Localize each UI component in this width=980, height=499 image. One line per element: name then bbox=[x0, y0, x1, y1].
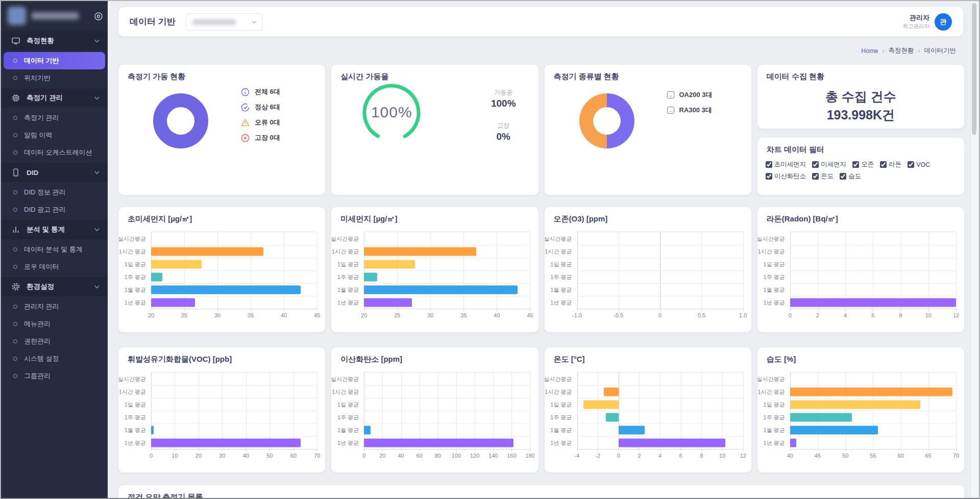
sidebar-section-DID[interactable]: DID bbox=[1, 163, 108, 182]
filter-option-오존[interactable]: 오존 bbox=[852, 160, 874, 169]
y-category-label: 1년 평균 bbox=[322, 439, 359, 446]
x-tick-label: 10 bbox=[925, 312, 932, 318]
y-category-label: 1월 평균 bbox=[535, 286, 572, 293]
chart-plot: -4-2024681012실시간평균1시간 평균1일 평균1주 평균1월 평균1… bbox=[577, 372, 743, 450]
operation-donut-chart bbox=[153, 93, 208, 148]
filter-option-습도[interactable]: 습도 bbox=[840, 172, 861, 181]
bar-1시간 평균 bbox=[151, 247, 263, 256]
chevron-down-icon bbox=[94, 39, 100, 43]
sidebar-item-로우 데이터[interactable]: 로우 데이터 bbox=[1, 258, 108, 276]
filter-checkbox-온도[interactable] bbox=[812, 173, 819, 180]
y-category-label: 1년 평균 bbox=[535, 439, 572, 446]
filter-checkbox-VOC[interactable] bbox=[908, 161, 914, 168]
device-types-legend: OA200 3대RA300 3대 bbox=[667, 90, 713, 121]
filter-checkbox-라돈[interactable] bbox=[880, 161, 887, 168]
sidebar-collapse-button[interactable] bbox=[93, 11, 104, 21]
avatar[interactable]: 관 bbox=[935, 13, 952, 31]
filter-checkbox-오존[interactable] bbox=[852, 161, 859, 168]
square-outline-icon bbox=[667, 91, 674, 98]
card-device-types: 측정기 종류별 현황 OA200 3대RA300 3대 bbox=[545, 65, 751, 195]
filter-checkbox-초미세먼지[interactable] bbox=[766, 161, 772, 168]
x-tick-label: 20 bbox=[148, 312, 154, 318]
sidebar-item-DID 광고 관리[interactable]: DID 광고 관리 bbox=[1, 201, 108, 218]
circle-icon bbox=[13, 76, 17, 80]
sidebar-section-측정기 관리[interactable]: 측정기 관리 bbox=[1, 88, 108, 108]
filter-option-온도[interactable]: 온도 bbox=[812, 172, 834, 181]
y-category-label: 1시간 평균 bbox=[748, 388, 785, 395]
sidebar-item-데이터 분석 및 통계[interactable]: 데이터 분석 및 통계 bbox=[1, 241, 108, 258]
filter-checkbox-이산화탄소[interactable] bbox=[766, 173, 772, 180]
sidebar-item-알림 이력[interactable]: 알림 이력 bbox=[1, 127, 108, 144]
app-window: 측정현황데이터 기반위치기반측정기 관리측정기 관리알림 이력데이터 오케스트레… bbox=[0, 0, 980, 499]
sidebar-item-메뉴관리[interactable]: 메뉴관리 bbox=[1, 315, 108, 333]
bar-1월 평균 bbox=[619, 426, 645, 434]
bar-1월 평균 bbox=[364, 285, 518, 294]
bar-1년 평균 bbox=[364, 438, 513, 447]
circle-icon bbox=[13, 322, 17, 326]
filter-option-미세먼지[interactable]: 미세먼지 bbox=[812, 160, 846, 169]
x-tick-label: 45 bbox=[527, 312, 533, 318]
breadcrumb: Home›측정현황›데이터기반 bbox=[861, 46, 956, 55]
y-category-label: 1일 평균 bbox=[748, 260, 785, 268]
sidebar-item-위치기반[interactable]: 위치기반 bbox=[1, 69, 108, 87]
legend-label: 고장 0대 bbox=[255, 133, 280, 142]
page-header: 데이터 기반 관리자 최고관리자 관 bbox=[118, 7, 963, 36]
sidebar-item-label: 로우 데이터 bbox=[24, 262, 59, 271]
circle-icon bbox=[13, 305, 17, 309]
x-tick-label: 0 bbox=[150, 453, 153, 459]
y-category-label: 1주 평균 bbox=[535, 273, 572, 281]
breadcrumb-item-Home[interactable]: Home bbox=[861, 47, 878, 55]
breadcrumb-item-측정현황[interactable]: 측정현황 bbox=[889, 46, 914, 55]
sidebar-section-환경설정[interactable]: 환경설정 bbox=[1, 277, 108, 296]
chart-plot: 020406080100120140160180실시간평균1시간 평균1일 평균… bbox=[364, 372, 530, 450]
filter-option-label: 오존 bbox=[861, 160, 874, 169]
x-tick-label: 0 bbox=[362, 453, 365, 459]
x-tick-label: 80 bbox=[435, 453, 441, 459]
warning-triangle-icon bbox=[241, 118, 250, 127]
monitor-icon bbox=[11, 36, 20, 45]
filter-option-label: 이산화탄소 bbox=[774, 172, 806, 181]
circle-icon bbox=[13, 374, 17, 378]
filter-checkbox-습도[interactable] bbox=[840, 173, 846, 180]
x-tick-label: 6 bbox=[871, 312, 874, 318]
scrollbar-thumb[interactable] bbox=[972, 3, 976, 135]
x-tick-label: 8 bbox=[700, 453, 703, 459]
card-title: 측정기 가동 현황 bbox=[128, 72, 185, 82]
collection-total-label: 총 수집 건수 bbox=[757, 87, 964, 106]
x-tick-label: 10 bbox=[719, 453, 725, 459]
card-title: 데이터 수집 현황 bbox=[767, 72, 824, 82]
scrollbar[interactable] bbox=[970, 2, 978, 497]
sidebar-item-시스템 설정[interactable]: 시스템 설정 bbox=[1, 350, 108, 367]
sidebar-item-데이터 기반[interactable]: 데이터 기반 bbox=[4, 52, 105, 69]
legend-item: 정상 6대 bbox=[241, 103, 280, 112]
filter-option-초미세먼지[interactable]: 초미세먼지 bbox=[766, 160, 806, 169]
sidebar: 측정현황데이터 기반위치기반측정기 관리측정기 관리알림 이력데이터 오케스트레… bbox=[1, 1, 108, 498]
device-types-donut-chart bbox=[579, 93, 634, 148]
sidebar-section-분석 및 통계[interactable]: 분석 및 통계 bbox=[1, 220, 108, 239]
x-tick-label: 2 bbox=[638, 453, 641, 459]
app-logo[interactable] bbox=[8, 7, 26, 25]
stat-value: 100% bbox=[475, 98, 531, 109]
sidebar-item-그룹관리[interactable]: 그룹관리 bbox=[1, 367, 108, 385]
summary-card-row: 측정기 가동 현황 전체 6대정상 6대오류 0대고장 0대 실시간 가동율 1… bbox=[118, 65, 964, 195]
chart-plot: 202530354045실시간평균1시간 평균1일 평균1주 평균1월 평균1년… bbox=[364, 232, 530, 309]
filter-option-라돈[interactable]: 라돈 bbox=[880, 160, 901, 169]
sidebar-item-권한관리[interactable]: 권한관리 bbox=[1, 333, 108, 350]
sidebar-item-측정기 관리[interactable]: 측정기 관리 bbox=[1, 109, 108, 127]
x-tick-label: 140 bbox=[488, 453, 498, 459]
y-category-label: 1시간 평균 bbox=[322, 247, 359, 255]
sidebar-item-label: 그룹관리 bbox=[24, 371, 51, 381]
legend-item: RA300 3대 bbox=[667, 106, 713, 115]
x-tick-label: 180 bbox=[525, 453, 534, 459]
filter-option-이산화탄소[interactable]: 이산화탄소 bbox=[766, 172, 806, 181]
sidebar-item-관리자 관리[interactable]: 관리자 관리 bbox=[1, 298, 108, 315]
chart-row-2: 휘발성유기화합물(VOC) [ppb]010203040506070실시간평균1… bbox=[118, 347, 964, 472]
dashboard-select[interactable] bbox=[186, 13, 262, 31]
sidebar-item-DID 정보 관리[interactable]: DID 정보 관리 bbox=[1, 184, 108, 201]
sidebar-item-데이터 오케스트레이션[interactable]: 데이터 오케스트레이션 bbox=[1, 144, 108, 161]
bar-1년 평균 bbox=[151, 438, 301, 447]
filter-option-VOC[interactable]: VOC bbox=[908, 160, 930, 169]
x-tick-label: 40 bbox=[398, 453, 404, 459]
sidebar-section-측정현황[interactable]: 측정현황 bbox=[1, 31, 108, 51]
filter-checkbox-미세먼지[interactable] bbox=[812, 161, 819, 168]
